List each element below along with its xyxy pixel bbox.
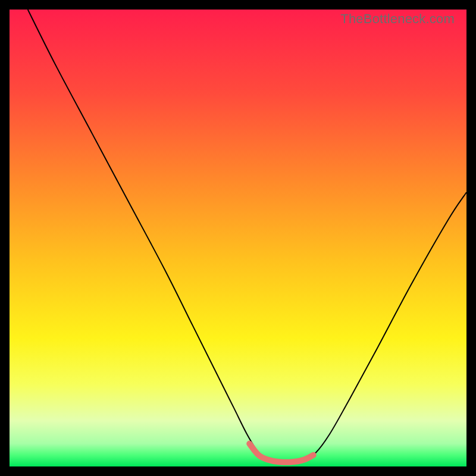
watermark-text: TheBottleneck.com — [340, 11, 455, 27]
background-gradient — [10, 10, 466, 466]
chart-frame: TheBottleneck.com — [10, 10, 466, 466]
svg-rect-0 — [10, 10, 466, 466]
